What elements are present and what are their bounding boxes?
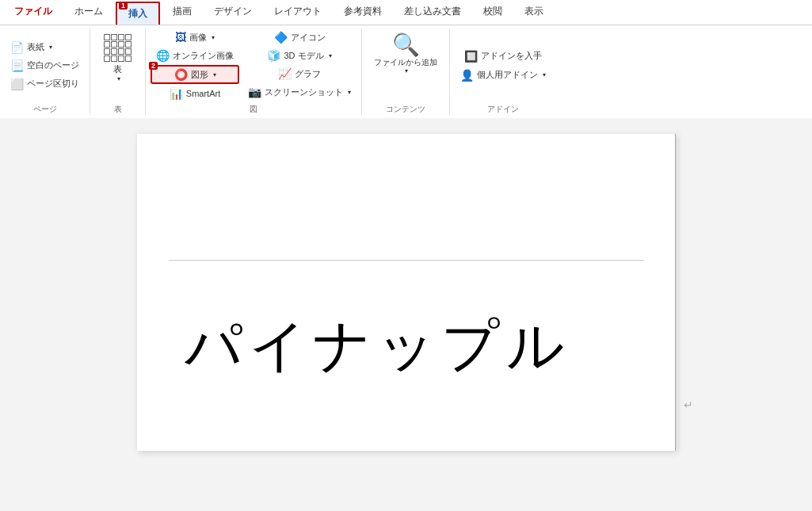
cover-caret: ▾ <box>49 44 52 51</box>
btn-icons[interactable]: 🔷 アイコン <box>242 29 356 46</box>
get-addin-icon: 🔲 <box>464 50 478 63</box>
3d-caret: ▾ <box>329 52 332 59</box>
btn-add-file[interactable]: 🔍 ファイルから追加 ▾ <box>367 29 444 102</box>
tab-design[interactable]: デザイン <box>203 0 263 25</box>
tab-references[interactable]: 参考資料 <box>333 0 393 25</box>
screenshot-icon: 📷 <box>248 86 261 98</box>
screenshot-caret: ▾ <box>348 89 351 96</box>
btn-page-break[interactable]: ⬜ ページ区切り <box>5 75 85 92</box>
tab-layout[interactable]: レイアウト <box>263 0 333 25</box>
page-top-area <box>169 134 644 261</box>
blank-page-icon: 📃 <box>10 60 24 71</box>
cover-icon: 📄 <box>10 42 24 53</box>
doc-area: パイナップル ↵ <box>0 118 812 467</box>
group-addin-label: アドイン <box>487 102 519 115</box>
tab-home[interactable]: ホーム <box>63 0 114 25</box>
btn-get-addin[interactable]: 🔲 アドインを入手 <box>455 48 551 65</box>
group-page-label: ページ <box>33 102 57 115</box>
group-illust-label: 図 <box>250 102 257 115</box>
personal-addin-icon: 👤 <box>460 69 474 82</box>
tab-draw[interactable]: 描画 <box>162 0 203 25</box>
badge-2: 2 <box>149 62 158 70</box>
page-wrapper: パイナップル ↵ <box>137 134 676 451</box>
tab-badge-1: 1 <box>119 2 128 10</box>
btn-chart[interactable]: 📈 グラフ <box>242 65 356 82</box>
table-grid-icon <box>104 34 132 62</box>
group-content: 🔍 ファイルから追加 ▾ コンテンツ <box>362 29 450 115</box>
btn-blank-page[interactable]: 📃 空白のページ <box>5 57 85 74</box>
group-table: 表 ▾ 表 <box>90 29 146 115</box>
return-mark: ↵ <box>684 399 693 411</box>
btn-smartart[interactable]: 📊 SmartArt <box>151 85 239 102</box>
tab-view[interactable]: 表示 <box>513 0 555 25</box>
btn-online-image[interactable]: 🌐 オンライン画像 <box>151 47 239 64</box>
tab-file[interactable]: ファイル <box>3 0 63 25</box>
table-caret: ▾ <box>117 75 120 82</box>
btn-3d-model[interactable]: 🧊 3D モデル ▾ <box>242 47 356 64</box>
addin-caret: ▾ <box>543 71 546 78</box>
document-text: パイナップル <box>185 308 628 384</box>
group-illust: 🖼 画像 ▾ 🌐 オンライン画像 2 ⭕ 図形 ▾ <box>146 29 362 115</box>
btn-screenshot[interactable]: 📷 スクリーンショット ▾ <box>242 83 356 101</box>
tab-insert[interactable]: 1 挿入 <box>116 2 160 25</box>
image-caret: ▾ <box>212 34 215 41</box>
btn-shapes[interactable]: 2 ⭕ 図形 ▾ <box>151 65 239 84</box>
chart-icon: 📈 <box>278 67 292 80</box>
group-content-label: コンテンツ <box>386 102 425 115</box>
group-page: 📄 表紙 ▾ 📃 空白のページ ⬜ ページ区切り ページ <box>0 29 90 115</box>
tab-mailings[interactable]: 差し込み文書 <box>393 0 472 25</box>
icons-icon: 🔷 <box>274 31 288 44</box>
btn-cover[interactable]: 📄 表紙 ▾ <box>5 39 58 55</box>
btn-personal-addin[interactable]: 👤 個人用アドイン ▾ <box>455 67 551 84</box>
ribbon-content: 📄 表紙 ▾ 📃 空白のページ ⬜ ページ区切り ページ <box>0 25 812 118</box>
page-break-icon: ⬜ <box>10 78 24 90</box>
group-table-label: 表 <box>114 102 122 115</box>
3d-model-icon: 🧊 <box>267 49 280 62</box>
btn-image[interactable]: 🖼 画像 ▾ <box>151 29 239 46</box>
ribbon: ファイル ホーム 1 挿入 描画 デザイン レイアウト 参考資料 差し込み文書 … <box>0 0 812 118</box>
online-image-icon: 🌐 <box>156 49 170 62</box>
group-addin: 🔲 アドインを入手 👤 個人用アドイン ▾ アドイン <box>450 29 556 115</box>
tab-review[interactable]: 校閲 <box>472 0 513 25</box>
page-content-area: パイナップル <box>137 261 676 400</box>
page[interactable]: パイナップル ↵ <box>137 134 676 451</box>
btn-table[interactable]: 表 ▾ <box>97 29 139 102</box>
add-file-icon: 🔍 <box>392 34 420 56</box>
shapes-caret: ▾ <box>213 71 216 78</box>
tab-bar: ファイル ホーム 1 挿入 描画 デザイン レイアウト 参考資料 差し込み文書 … <box>0 0 812 25</box>
shapes-icon: ⭕ <box>174 68 188 81</box>
add-file-caret: ▾ <box>405 67 408 74</box>
smartart-icon: 📊 <box>170 87 183 100</box>
page-right-border <box>675 134 676 451</box>
image-icon: 🖼 <box>175 31 186 44</box>
